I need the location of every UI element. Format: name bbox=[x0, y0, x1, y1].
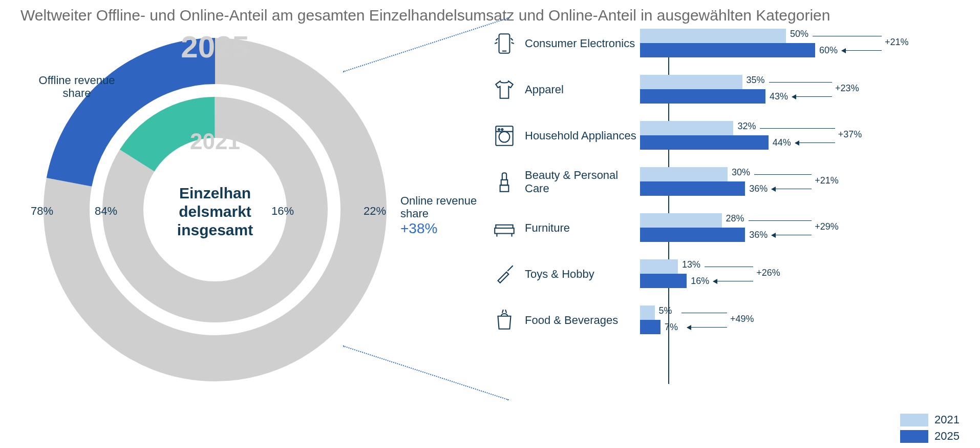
pct-78: 78% bbox=[31, 205, 53, 218]
brush-icon bbox=[492, 261, 517, 287]
category-row: Furniture 28% 36% +29% bbox=[492, 205, 957, 251]
delta-line-bottom bbox=[713, 281, 753, 281]
legend-swatch-2021 bbox=[900, 414, 928, 426]
delta-label: +23% bbox=[835, 83, 859, 94]
bar-label-2025: 44% bbox=[773, 137, 791, 148]
category-name: Apparel bbox=[517, 83, 640, 96]
delta-line-top bbox=[769, 82, 833, 83]
category-name: Household Appliances bbox=[517, 129, 640, 142]
svg-rect-16 bbox=[500, 185, 509, 192]
online-share-label: Online revenue share +38% bbox=[400, 194, 482, 237]
delta-line-top bbox=[813, 36, 882, 36]
bar-label-2025: 36% bbox=[749, 230, 768, 240]
bar-2025 bbox=[640, 228, 745, 242]
bar-2021 bbox=[640, 167, 728, 181]
bar-label-2021: 30% bbox=[732, 167, 750, 178]
delta-line-top bbox=[760, 128, 835, 129]
bar-2025 bbox=[640, 320, 661, 334]
category-row: Food & Beverages 5% 7% +49% bbox=[492, 297, 957, 343]
donut-chart: 2025 2021 Einzelhan delsmarkt insgesamt … bbox=[20, 35, 492, 415]
bar-2025 bbox=[640, 89, 765, 104]
bar-chart: Consumer Electronics 50% 60% +21% Appare… bbox=[492, 35, 960, 415]
bar-2021 bbox=[640, 306, 655, 320]
svg-line-6 bbox=[496, 38, 498, 40]
svg-point-12 bbox=[498, 129, 500, 130]
category-row: Household Appliances 32% 44% +37% bbox=[492, 113, 957, 159]
category-name: Consumer Electronics bbox=[517, 37, 640, 50]
donut-center-label: Einzelhan delsmarkt insgesamt bbox=[164, 184, 266, 239]
bar-2025 bbox=[640, 274, 687, 288]
svg-line-7 bbox=[495, 43, 497, 44]
delta-label: +29% bbox=[815, 221, 839, 232]
delta-label: +21% bbox=[815, 175, 839, 186]
bar-2021 bbox=[640, 75, 742, 89]
svg-point-13 bbox=[501, 129, 503, 130]
bar-2021 bbox=[640, 29, 786, 43]
category-row: Beauty & Personal Care 30% 36% +21% bbox=[492, 159, 957, 205]
svg-point-11 bbox=[499, 132, 510, 142]
delta-label: +49% bbox=[730, 314, 754, 324]
delta-line-top bbox=[681, 313, 727, 313]
category-row: Toys & Hobby 13% 16% +26% bbox=[492, 251, 957, 297]
bar-label-2021: 5% bbox=[659, 306, 672, 316]
delta-line-bottom bbox=[772, 189, 812, 189]
bar-label-2025: 43% bbox=[770, 91, 788, 102]
bar-label-2021: 32% bbox=[737, 121, 756, 132]
bar-label-2021: 28% bbox=[726, 213, 744, 224]
legend-label-2025: 2025 bbox=[934, 430, 960, 443]
bag-icon bbox=[492, 308, 517, 333]
category-row: Apparel 35% 43% +23% bbox=[492, 67, 957, 113]
delta-line-bottom bbox=[687, 327, 727, 328]
category-name: Toys & Hobby bbox=[517, 268, 640, 281]
bar-label-2021: 35% bbox=[747, 75, 765, 86]
delta-line-top bbox=[754, 174, 812, 175]
category-name: Food & Beverages bbox=[517, 314, 640, 327]
pct-16: 16% bbox=[271, 205, 294, 218]
online-delta: +38% bbox=[400, 220, 437, 236]
bar-label-2025: 16% bbox=[691, 276, 709, 287]
bar-label-2025: 7% bbox=[665, 322, 678, 333]
delta-line-top bbox=[749, 220, 812, 221]
delta-line-bottom bbox=[795, 142, 835, 143]
category-row: Consumer Electronics 50% 60% +21% bbox=[492, 21, 957, 67]
bar-2025 bbox=[640, 135, 769, 150]
category-name: Beauty & Personal Care bbox=[517, 169, 640, 195]
delta-line-bottom bbox=[772, 235, 812, 235]
year-label-2025: 2025 bbox=[181, 29, 249, 65]
washer-icon bbox=[492, 123, 517, 149]
year-label-2021: 2021 bbox=[190, 129, 240, 154]
bar-2021 bbox=[640, 121, 733, 135]
bar-2021 bbox=[640, 213, 722, 228]
svg-rect-15 bbox=[501, 180, 508, 185]
bar-label-2025: 60% bbox=[819, 45, 838, 56]
delta-label: +26% bbox=[756, 268, 780, 278]
category-name: Furniture bbox=[517, 221, 640, 235]
sofa-icon bbox=[492, 215, 517, 241]
delta-line-top bbox=[705, 267, 753, 267]
delta-line-bottom bbox=[842, 50, 882, 51]
offline-share-label: Offline revenue share bbox=[36, 74, 118, 100]
delta-label: +21% bbox=[885, 37, 909, 48]
shirt-icon bbox=[492, 77, 517, 103]
bar-label-2021: 50% bbox=[790, 29, 808, 39]
online-share-text: Online revenue share bbox=[400, 194, 477, 220]
bar-2025 bbox=[640, 43, 815, 57]
legend-swatch-2025 bbox=[900, 430, 928, 443]
pct-22: 22% bbox=[364, 205, 386, 218]
phone-icon bbox=[492, 31, 517, 56]
bar-2021 bbox=[640, 259, 678, 274]
delta-line-bottom bbox=[792, 96, 832, 97]
bar-2025 bbox=[640, 181, 745, 196]
svg-line-8 bbox=[511, 38, 513, 40]
bar-label-2021: 13% bbox=[682, 259, 700, 270]
legend: 2021 2025 bbox=[900, 410, 960, 443]
legend-label-2021: 2021 bbox=[934, 413, 960, 426]
svg-line-9 bbox=[512, 43, 514, 44]
pct-84: 84% bbox=[95, 205, 117, 218]
delta-label: +37% bbox=[838, 129, 862, 140]
svg-rect-4 bbox=[499, 34, 510, 53]
bar-label-2025: 36% bbox=[749, 184, 768, 194]
lipstick-icon bbox=[492, 169, 517, 195]
